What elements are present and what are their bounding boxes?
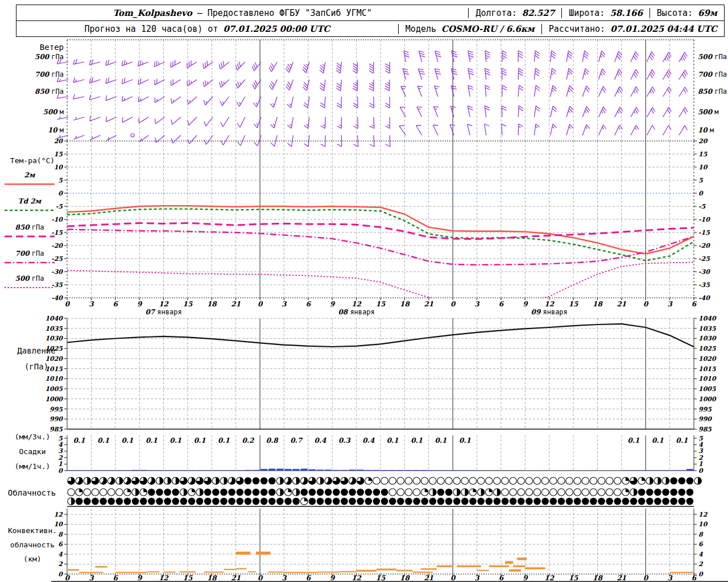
precip-bar <box>260 469 267 471</box>
svg-text:2м: 2м <box>24 171 36 179</box>
precip-bar <box>180 470 187 471</box>
precip-bar <box>381 470 388 471</box>
svg-text:0.1: 0.1 <box>652 436 664 444</box>
svg-text:0: 0 <box>258 574 263 582</box>
svg-text:18: 18 <box>400 574 410 582</box>
svg-text:10 м: 10 м <box>698 126 714 134</box>
svg-text:-5: -5 <box>56 203 64 210</box>
svg-text:18: 18 <box>207 574 217 582</box>
cloudiness-panel <box>67 477 701 506</box>
convective-segment <box>67 569 79 571</box>
precip-bar <box>164 470 171 471</box>
precip-bar <box>68 470 75 471</box>
svg-text:0.1: 0.1 <box>459 436 471 444</box>
svg-text:3: 3 <box>282 300 287 308</box>
svg-text:0.8: 0.8 <box>266 436 279 444</box>
precip-bar <box>671 470 677 471</box>
precip-bar <box>405 470 412 471</box>
svg-text:1005: 1005 <box>698 385 717 393</box>
svg-text:20: 20 <box>698 138 708 145</box>
convective-segment <box>256 552 270 555</box>
precip-bar <box>341 470 348 471</box>
wind-level-700-гПа <box>57 68 687 91</box>
svg-text:6: 6 <box>692 574 697 582</box>
svg-text:0: 0 <box>450 574 456 582</box>
svg-text:1025: 1025 <box>698 345 717 352</box>
precip-bar <box>92 470 98 471</box>
meteogram: Tom_Kolpashevo — Предоставлено ФГБУ "Зап… <box>0 0 728 582</box>
convective-segment <box>95 566 107 568</box>
svg-text:850 гПа: 850 гПа <box>15 223 44 231</box>
convective-segment <box>79 572 103 573</box>
svg-text:-10: -10 <box>698 216 710 223</box>
precip-bar <box>646 470 653 471</box>
svg-text:0.1: 0.1 <box>628 436 640 444</box>
cloud-row-2 <box>68 489 693 496</box>
svg-text:21: 21 <box>617 574 626 582</box>
precip-bar <box>196 470 203 471</box>
precip-bar <box>413 470 420 471</box>
precip-bar <box>389 470 396 471</box>
svg-text:-5: -5 <box>698 203 706 210</box>
svg-text:700 гПа: 700 гПа <box>35 70 64 78</box>
convective-segment <box>316 572 340 573</box>
precip-bar <box>293 469 300 471</box>
svg-text:6: 6 <box>113 574 119 582</box>
convective-segment <box>513 566 525 567</box>
svg-text:9: 9 <box>137 300 143 308</box>
pressure-panel: 1040104010351035103010301025102510201020… <box>45 315 717 433</box>
convective-segment <box>115 572 147 573</box>
svg-text:1005: 1005 <box>45 385 63 393</box>
precip-bar <box>116 470 123 471</box>
precip-bar <box>237 470 243 471</box>
convective-segment <box>357 570 377 572</box>
convective-segment <box>224 569 236 570</box>
svg-text:0: 0 <box>65 300 71 308</box>
precip-bar <box>445 470 452 471</box>
svg-text:0: 0 <box>58 467 63 475</box>
precip-bar <box>132 470 139 471</box>
svg-text:0.1: 0.1 <box>73 436 85 444</box>
svg-text:-15: -15 <box>698 229 710 236</box>
svg-text:10: 10 <box>698 521 708 528</box>
svg-text:0.3: 0.3 <box>338 436 351 444</box>
svg-text:20: 20 <box>54 138 64 145</box>
svg-text:15: 15 <box>183 574 193 582</box>
svg-text:-35: -35 <box>698 281 710 289</box>
svg-text:(км): (км) <box>23 555 41 563</box>
svg-text:0: 0 <box>58 571 63 578</box>
svg-text:1015: 1015 <box>698 365 717 373</box>
svg-text:12: 12 <box>544 574 555 582</box>
svg-text:4: 4 <box>58 551 63 558</box>
svg-text:0: 0 <box>698 571 704 578</box>
convective-segment <box>505 561 513 563</box>
svg-text:15: 15 <box>183 300 193 308</box>
svg-text:-20: -20 <box>698 242 710 250</box>
convective-segment <box>164 572 176 573</box>
svg-text:-25: -25 <box>51 255 63 263</box>
convective-segment <box>180 571 196 572</box>
svg-text:-35: -35 <box>51 281 63 289</box>
svg-text:3: 3 <box>667 300 673 308</box>
svg-text:0.1: 0.1 <box>169 436 181 444</box>
svg-text:10 м: 10 м <box>48 126 64 134</box>
precip-bar <box>397 470 404 471</box>
convective-segment <box>517 558 527 560</box>
precip-bar <box>204 470 211 471</box>
convective-segment <box>248 571 256 572</box>
convective-segment <box>377 568 396 570</box>
svg-text:985: 985 <box>49 426 63 433</box>
svg-text:1000: 1000 <box>45 396 63 403</box>
svg-text:6: 6 <box>499 574 504 582</box>
svg-text:10: 10 <box>54 164 64 171</box>
svg-text:12: 12 <box>351 574 362 582</box>
svg-text:6: 6 <box>499 300 504 308</box>
svg-text:700 гПа: 700 гПа <box>15 250 44 257</box>
svg-text:6: 6 <box>698 541 704 548</box>
convective-segment <box>509 569 521 572</box>
precip-bar <box>148 470 155 471</box>
svg-text:6: 6 <box>692 300 697 308</box>
svg-text:1040: 1040 <box>45 315 63 322</box>
convective-segment <box>268 572 284 573</box>
svg-text:1000: 1000 <box>698 396 717 403</box>
